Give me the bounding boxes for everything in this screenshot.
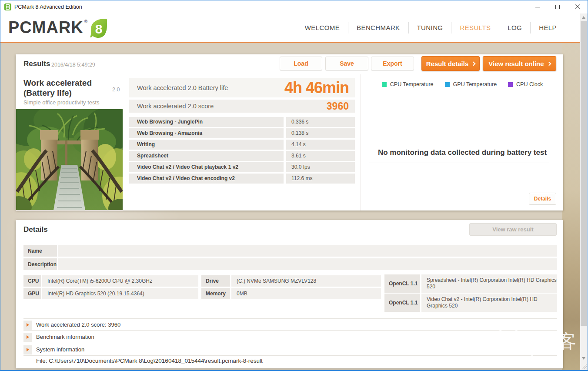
nav-help[interactable]: HELP <box>530 22 565 33</box>
metric-value: 4.14 s <box>286 140 355 150</box>
legend-label: CPU Clock <box>516 81 543 87</box>
drive-value: (C:) NVMe SAMSUNG MZVLV128 <box>231 275 381 287</box>
result-timestamp: 2016/4/18 5:49:29 <box>51 62 95 68</box>
expander-box[interactable] <box>23 333 32 342</box>
triangle-right-icon <box>27 348 29 351</box>
triangle-right-icon <box>27 323 29 327</box>
nav-results[interactable]: RESULTS <box>451 22 499 33</box>
metric-label: Spreadsheet <box>129 151 284 161</box>
expander-label: Work accelerated 2.0 score: 3960 <box>36 319 120 331</box>
metric-value: 3.61 s <box>286 151 355 161</box>
close-icon <box>575 4 580 10</box>
battery-life-value: 4h 46min <box>284 79 355 97</box>
metric-row: Video Chat v2 / Video Chat playback 1 v2… <box>129 162 355 172</box>
nav-welcome[interactable]: WELCOME <box>297 22 348 33</box>
column-divider <box>361 74 361 211</box>
maximize-icon <box>555 5 560 9</box>
nav-tuning[interactable]: TUNING <box>408 22 451 33</box>
metric-label: Video Chat v2 / Video Chat playback 1 v2 <box>129 162 284 172</box>
background-texture-strip <box>562 43 580 370</box>
opencl-label: OpenCL 1.1 <box>384 274 420 293</box>
opencl-label: OpenCL 1.1 <box>384 294 420 312</box>
score-column: Work accelerated 2.0 Battery life 4h 46m… <box>129 54 355 211</box>
results-title: Results <box>23 60 50 68</box>
chart-gridline <box>369 163 549 163</box>
details-panel: Details View raw result Name Description… <box>16 220 563 368</box>
expander-work-accelerated-score[interactable]: Work accelerated 2.0 score: 3960 <box>23 318 557 331</box>
metric-row: Writing 4.14 s <box>129 140 355 150</box>
scroll-up-icon[interactable] <box>582 16 585 19</box>
cpu-label: CPU <box>23 275 41 287</box>
battery-life-row: Work accelerated 2.0 Battery life 4h 46m… <box>129 78 355 97</box>
registered-mark: ® <box>84 19 87 24</box>
legend-label: CPU Temperature <box>390 81 434 87</box>
metric-row: Web Browsing - Amazonia 0.138 s <box>129 128 355 138</box>
expander-system-information[interactable]: System information <box>23 344 557 356</box>
test-subtitle: Simple office productivity tests <box>23 99 100 106</box>
vertical-scrollbar[interactable] <box>580 13 588 370</box>
triangle-right-icon <box>27 335 29 339</box>
expander-label: System information <box>36 344 84 356</box>
resize-grip-icon[interactable] <box>581 363 587 369</box>
scrollbar-thumb[interactable] <box>581 21 587 326</box>
drive-label: Drive <box>201 275 230 287</box>
memory-value: 0MB <box>231 288 381 299</box>
nav-log[interactable]: LOG <box>499 22 530 33</box>
metric-value: 0.336 s <box>286 117 355 127</box>
expander-box[interactable] <box>23 345 32 354</box>
expander-box[interactable] <box>23 321 32 330</box>
memory-row: Memory 0MB <box>201 288 381 299</box>
results-panel: Results 2016/4/18 5:49:29 Load Save Expo… <box>16 54 563 211</box>
view-raw-result-button[interactable]: View raw result <box>469 223 557 236</box>
gpu-label: GPU <box>23 288 41 299</box>
description-label: Description <box>23 258 57 270</box>
legend-label: GPU Temperature <box>453 81 497 87</box>
minimize-icon <box>535 7 540 7</box>
app-window: PCMark 8 Advanced Edition PCMARK ® 8 WEL… <box>0 0 588 371</box>
chart-gridline <box>369 146 549 146</box>
monitoring-details-button[interactable]: Details <box>529 193 556 205</box>
cpu-clock-swatch <box>508 82 513 87</box>
metric-row: Spreadsheet 3.61 s <box>129 151 355 161</box>
app-header: PCMARK ® 8 WELCOME BENCHMARK TUNING RESU… <box>0 13 588 43</box>
metric-row: Web Browsing - JunglePin 0.336 s <box>129 117 355 127</box>
window-title: PCMark 8 Advanced Edition <box>14 0 82 13</box>
details-title: Details <box>23 225 48 234</box>
name-row: Name <box>23 245 557 257</box>
cpu-value: Intel(R) Core(TM) i5-6200U CPU @ 2.30GHz <box>42 275 198 287</box>
gpu-row: GPU Intel(R) HD Graphics 520 (20.19.15.4… <box>23 288 198 299</box>
cpu-temperature-swatch <box>382 82 387 87</box>
scroll-down-icon[interactable] <box>582 357 585 360</box>
name-label: Name <box>23 245 57 257</box>
close-button[interactable] <box>568 0 588 13</box>
score-value: 3960 <box>327 100 355 112</box>
name-value <box>58 245 557 257</box>
legend-cpu-clock: CPU Clock <box>508 81 543 87</box>
metric-label: Writing <box>129 140 284 150</box>
metric-value: 112.6 ms <box>286 174 355 184</box>
description-row: Description <box>23 258 557 270</box>
legend-gpu-temperature: GPU Temperature <box>445 81 497 87</box>
opencl-row: OpenCL 1.1 Spreadsheet - Intel(R) Corpor… <box>384 274 557 293</box>
metric-label: Web Browsing - JunglePin <box>129 117 284 127</box>
gpu-temperature-swatch <box>445 82 450 87</box>
leaf-8-icon: 8 <box>88 18 108 39</box>
no-monitoring-data-message: No monitoring data collected during batt… <box>368 148 557 157</box>
opencl-value: Spreadsheet - Intel(R) Corporation Intel… <box>421 274 557 293</box>
metric-value: 0.138 s <box>286 128 355 138</box>
gpu-value: Intel(R) HD Graphics 520 (20.19.15.4364) <box>42 288 198 299</box>
pcmark-app-icon <box>4 3 11 10</box>
metric-label: Web Browsing - Amazonia <box>129 128 284 138</box>
minimize-button[interactable] <box>528 0 548 13</box>
score-row: Work accelerated 2.0 score 3960 <box>129 100 355 113</box>
maximize-button[interactable] <box>548 0 568 13</box>
title-bar: PCMark 8 Advanced Edition <box>0 0 588 13</box>
expander-benchmark-information[interactable]: Benchmark information <box>23 331 557 343</box>
opencl-row: OpenCL 1.1 Video Chat v2 - Intel(R) Corp… <box>384 294 557 312</box>
legend-cpu-temperature: CPU Temperature <box>382 81 434 87</box>
nav-benchmark[interactable]: BENCHMARK <box>348 22 408 33</box>
test-name: Work accelerated (Battery life) <box>23 78 109 98</box>
pcmark-logo: PCMARK ® 8 <box>8 17 108 39</box>
metric-value: 30.0 fps <box>286 162 355 172</box>
monitoring-legend: CPU Temperature GPU Temperature CPU Cloc… <box>368 81 557 87</box>
